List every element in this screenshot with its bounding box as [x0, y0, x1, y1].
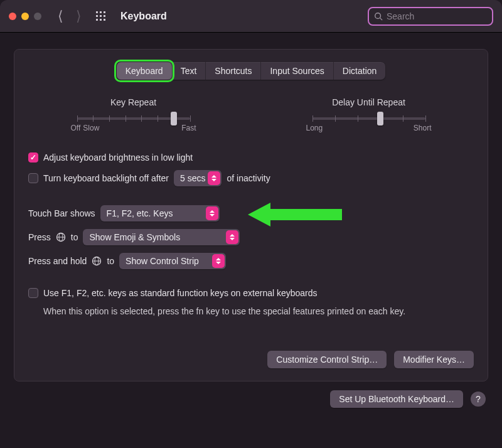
outer-bottom-row: Set Up Bluetooth Keyboard… ?	[14, 390, 488, 408]
close-window-button[interactable]	[9, 13, 16, 20]
delay-repeat-slider[interactable]	[312, 117, 425, 120]
tab-label: Input Sources	[270, 66, 324, 76]
press-globe-select[interactable]: Show Emoji & Symbols	[83, 229, 240, 245]
press-hold-select[interactable]: Show Control Strip	[119, 253, 226, 269]
delay-repeat-label: Delay Until Repeat	[332, 97, 405, 107]
fn-keys-row: Use F1, F2, etc. keys as standard functi…	[28, 288, 474, 298]
help-icon: ?	[476, 394, 481, 404]
tab-label: Text	[181, 66, 197, 76]
customize-control-strip-button[interactable]: Customize Control Strip…	[267, 351, 387, 368]
titlebar: ⟨ ⟩ Keyboard	[0, 0, 502, 33]
adjust-brightness-checkbox[interactable]	[28, 152, 38, 163]
key-repeat-label: Key Repeat	[110, 97, 156, 107]
adjust-brightness-row: Adjust keyboard brightness in low light	[28, 152, 474, 163]
main-content: Keyboard Text Shortcuts Input Sources Di…	[0, 33, 502, 424]
press-globe-label-post: to	[71, 232, 78, 242]
back-button[interactable]: ⟨	[58, 8, 63, 24]
press-hold-row: Press and hold to Show Control Strip	[28, 253, 474, 269]
select-stepper-icon	[212, 254, 225, 268]
button-label: Modifier Keys…	[403, 355, 465, 365]
keyboard-panel: Keyboard Text Shortcuts Input Sources Di…	[14, 49, 488, 381]
fn-keys-checkbox[interactable]	[28, 288, 38, 298]
press-globe-value: Show Emoji & Symbols	[89, 232, 180, 242]
search-icon	[374, 12, 383, 21]
search-field-wrap[interactable]	[368, 7, 493, 26]
window-controls	[9, 13, 41, 20]
adjust-brightness-label: Adjust keyboard brightness in low light	[43, 152, 193, 163]
select-stepper-icon	[208, 171, 220, 185]
sliders-row: Key Repeat Off Slow Fast Delay Until Rep…	[28, 97, 474, 132]
backlight-off-row: Turn keyboard backlight off after 5 secs…	[28, 170, 474, 186]
press-globe-label-pre: Press	[28, 232, 51, 242]
tab-text[interactable]: Text	[172, 62, 206, 80]
backlight-off-value: 5 secs	[180, 173, 205, 183]
search-input[interactable]	[387, 11, 487, 21]
delay-long-label: Long	[306, 124, 323, 132]
svg-rect-2	[104, 11, 105, 13]
press-hold-label-post: to	[107, 256, 114, 266]
tabs-container: Keyboard Text Shortcuts Input Sources Di…	[28, 62, 474, 80]
key-repeat-block: Key Repeat Off Slow Fast	[71, 97, 196, 132]
button-label: Customize Control Strip…	[276, 355, 378, 365]
select-stepper-icon	[226, 230, 238, 244]
delay-repeat-block: Delay Until Repeat Long Short	[306, 97, 432, 132]
bluetooth-keyboard-button[interactable]: Set Up Bluetooth Keyboard…	[330, 390, 463, 408]
touch-bar-value: F1, F2, etc. Keys	[107, 208, 173, 218]
touch-bar-select[interactable]: F1, F2, etc. Keys	[100, 205, 220, 221]
touch-bar-label: Touch Bar shows	[28, 208, 95, 218]
panel-bottom-buttons: Customize Control Strip… Modifier Keys…	[28, 351, 474, 368]
tab-shortcuts[interactable]: Shortcuts	[206, 62, 261, 80]
modifier-keys-button[interactable]: Modifier Keys…	[394, 351, 474, 368]
minimize-window-button[interactable]	[21, 13, 29, 20]
select-stepper-icon	[206, 206, 218, 220]
press-globe-row: Press to Show Emoji & Symbols	[28, 229, 474, 245]
svg-point-9	[375, 13, 381, 18]
tab-dictation[interactable]: Dictation	[334, 62, 385, 80]
svg-rect-1	[100, 11, 102, 13]
key-repeat-fast-label: Fast	[181, 124, 196, 132]
globe-icon	[92, 256, 102, 266]
svg-rect-5	[104, 15, 105, 17]
touch-bar-row: Touch Bar shows F1, F2, etc. Keys	[28, 205, 474, 221]
tab-input-sources[interactable]: Input Sources	[261, 62, 333, 80]
key-repeat-slider[interactable]	[77, 117, 190, 120]
svg-rect-8	[104, 19, 105, 21]
help-button[interactable]: ?	[471, 392, 486, 407]
window-title: Keyboard	[120, 11, 167, 22]
backlight-off-label-pre: Turn keyboard backlight off after	[43, 173, 169, 183]
key-repeat-off-label: Off	[71, 124, 81, 132]
backlight-off-label-post: of inactivity	[227, 173, 270, 183]
show-all-icon[interactable]	[95, 11, 107, 22]
tab-bar: Keyboard Text Shortcuts Input Sources Di…	[117, 62, 386, 80]
tab-label: Shortcuts	[215, 66, 252, 76]
backlight-off-checkbox[interactable]	[28, 173, 38, 183]
button-label: Set Up Bluetooth Keyboard…	[339, 394, 454, 404]
svg-rect-0	[96, 11, 98, 13]
tab-keyboard[interactable]: Keyboard	[117, 62, 172, 80]
svg-marker-11	[248, 203, 342, 227]
zoom-window-button[interactable]	[34, 13, 41, 20]
press-hold-value: Show Control Strip	[125, 256, 199, 266]
backlight-off-select[interactable]: 5 secs	[174, 170, 222, 186]
tab-label: Keyboard	[125, 66, 163, 76]
key-repeat-slow-label: Slow	[83, 124, 99, 132]
svg-rect-3	[96, 15, 98, 17]
svg-rect-6	[96, 19, 98, 21]
fn-keys-label: Use F1, F2, etc. keys as standard functi…	[43, 288, 318, 298]
globe-icon	[56, 232, 66, 242]
forward-button[interactable]: ⟩	[76, 8, 82, 24]
press-hold-label-pre: Press and hold	[28, 256, 87, 266]
fn-keys-helper: When this option is selected, press the …	[43, 306, 474, 318]
svg-line-10	[380, 18, 383, 20]
delay-short-label: Short	[414, 124, 432, 132]
svg-rect-7	[100, 19, 102, 21]
nav-arrows: ⟨ ⟩	[58, 8, 82, 24]
tab-label: Dictation	[343, 66, 376, 76]
svg-rect-4	[100, 15, 102, 17]
